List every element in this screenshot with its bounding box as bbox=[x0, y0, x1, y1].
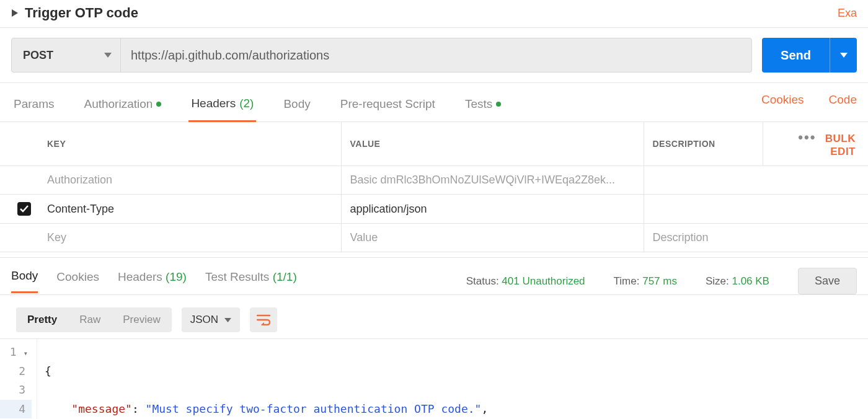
send-dropdown-button[interactable] bbox=[830, 38, 857, 73]
resp-tab-body[interactable]: Body bbox=[11, 269, 38, 293]
resp-tab-test-results-label: Test Results bbox=[205, 270, 269, 283]
tab-authorization[interactable]: Authorization bbox=[81, 89, 164, 121]
view-mode-pretty[interactable]: Pretty bbox=[16, 307, 68, 332]
wrap-lines-button[interactable] bbox=[250, 307, 277, 332]
tab-pre-request-script[interactable]: Pre-request Script bbox=[338, 89, 438, 121]
table-row-new bbox=[0, 224, 868, 252]
col-value-header: Value bbox=[341, 122, 644, 166]
tab-headers-label: Headers bbox=[191, 97, 236, 110]
tab-body[interactable]: Body bbox=[281, 89, 312, 121]
check-icon bbox=[20, 205, 29, 213]
view-mode-raw[interactable]: Raw bbox=[68, 307, 112, 332]
table-row: Authorization Basic dmRlc3BhOmNoZUlSeWQi… bbox=[0, 166, 868, 195]
code-link[interactable]: Code bbox=[829, 93, 857, 117]
request-bar: POST Send bbox=[0, 28, 868, 83]
header-key-input[interactable] bbox=[38, 224, 341, 252]
col-desc-header: Description bbox=[644, 122, 763, 166]
tab-headers-count: (2) bbox=[239, 97, 254, 110]
request-title: Trigger OTP code bbox=[25, 5, 838, 21]
format-select[interactable]: JSON bbox=[182, 307, 240, 332]
wrap-icon bbox=[257, 314, 270, 325]
header-value-cell[interactable]: application/json bbox=[341, 195, 644, 224]
svg-marker-3 bbox=[224, 318, 231, 322]
response-body-viewer[interactable]: 1 ▾ 2 3 4 { "message": "Must specify two… bbox=[0, 338, 868, 419]
header-key-cell[interactable]: Authorization bbox=[38, 166, 341, 195]
svg-marker-5 bbox=[261, 322, 264, 325]
status-dot-icon bbox=[156, 102, 161, 107]
header-desc-input[interactable] bbox=[644, 224, 868, 252]
chevron-down-icon bbox=[840, 53, 848, 58]
resp-tab-test-results-count: (1/1) bbox=[273, 270, 297, 283]
line-gutter: 1 ▾ 2 3 4 bbox=[0, 339, 37, 419]
fold-icon[interactable]: ▾ bbox=[17, 349, 28, 358]
chevron-down-icon bbox=[104, 53, 112, 58]
response-toolbar: Pretty Raw Preview JSON bbox=[0, 294, 868, 338]
svg-marker-1 bbox=[104, 53, 112, 58]
cookies-link[interactable]: Cookies bbox=[761, 93, 804, 117]
table-row: Content-Type application/json bbox=[0, 195, 868, 224]
resp-tab-cookies[interactable]: Cookies bbox=[56, 270, 99, 293]
header-value-cell[interactable]: Basic dmRlc3BhOmNoZUlSeWQiVlR+IWEqa2Z8ek… bbox=[341, 166, 644, 195]
response-status: Status: 401 Unauthorized bbox=[466, 275, 585, 288]
request-url-input[interactable] bbox=[121, 38, 751, 72]
view-mode-segmented: Pretty Raw Preview bbox=[16, 307, 172, 332]
response-bar: Body Cookies Headers (19) Test Results (… bbox=[0, 257, 868, 294]
col-checkbox bbox=[0, 122, 38, 166]
save-response-button[interactable]: Save bbox=[798, 268, 857, 294]
examples-link[interactable]: Exa bbox=[838, 7, 857, 20]
resp-tab-test-results[interactable]: Test Results (1/1) bbox=[205, 270, 297, 293]
header-key-cell[interactable]: Content-Type bbox=[38, 195, 341, 224]
code-content: { "message": "Must specify two-factor au… bbox=[37, 339, 868, 419]
status-dot-icon bbox=[496, 102, 501, 107]
bulk-edit-link[interactable]: Bulk Edit bbox=[825, 133, 856, 157]
request-tabs: Params Authorization Headers (2) Body Pr… bbox=[0, 83, 868, 122]
col-key-header: Key bbox=[38, 122, 341, 166]
tab-tests-label: Tests bbox=[465, 97, 492, 111]
resp-tab-headers-label: Headers bbox=[118, 270, 162, 283]
response-time: Time: 757 ms bbox=[614, 275, 677, 288]
tab-headers[interactable]: Headers (2) bbox=[188, 88, 256, 122]
headers-table: Key Value Description ••• Bulk Edit Auth… bbox=[0, 122, 868, 252]
tab-authorization-label: Authorization bbox=[84, 97, 153, 111]
http-method-select[interactable]: POST bbox=[12, 38, 121, 72]
header-desc-cell[interactable] bbox=[644, 195, 868, 224]
method-url-group: POST bbox=[11, 38, 752, 73]
http-method-value: POST bbox=[23, 49, 53, 62]
disclosure-triangle-icon[interactable] bbox=[11, 9, 19, 17]
more-icon[interactable]: ••• bbox=[798, 130, 816, 145]
send-button-group: Send bbox=[762, 38, 857, 73]
format-select-value: JSON bbox=[190, 314, 218, 326]
chevron-down-icon bbox=[224, 318, 231, 322]
send-button[interactable]: Send bbox=[762, 38, 830, 73]
resp-tab-headers[interactable]: Headers (19) bbox=[118, 270, 187, 293]
svg-marker-2 bbox=[840, 53, 848, 58]
tab-params[interactable]: Params bbox=[11, 89, 56, 121]
request-title-row: Trigger OTP code Exa bbox=[0, 0, 868, 28]
response-size: Size: 1.06 KB bbox=[706, 275, 769, 288]
header-desc-cell[interactable] bbox=[644, 166, 868, 195]
svg-marker-0 bbox=[12, 9, 18, 17]
tab-tests[interactable]: Tests bbox=[463, 89, 503, 121]
view-mode-preview[interactable]: Preview bbox=[112, 307, 171, 332]
resp-tab-headers-count: (19) bbox=[166, 270, 187, 283]
row-checkbox[interactable] bbox=[17, 202, 31, 216]
col-actions: ••• Bulk Edit bbox=[763, 122, 868, 166]
header-value-input[interactable] bbox=[341, 224, 644, 252]
